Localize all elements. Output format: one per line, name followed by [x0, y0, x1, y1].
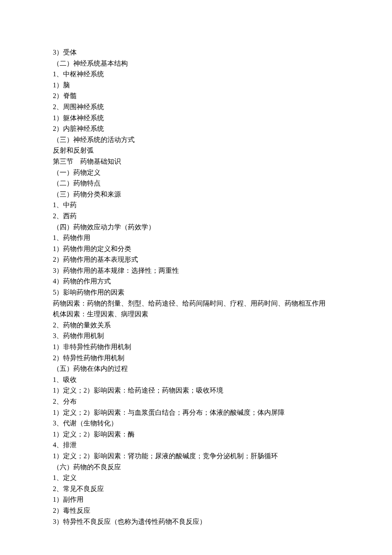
text-line: 1、药物作用 — [53, 232, 339, 243]
text-line: 1）脑 — [53, 80, 339, 91]
text-line: 2、周围神经系统 — [53, 101, 339, 113]
text-line: 2）脊髓 — [53, 90, 339, 101]
text-line: 3、药物作用机制 — [53, 330, 339, 341]
text-line: （三）神经系统的活动方式 — [53, 134, 339, 145]
text-line: 1、吸收 — [53, 374, 339, 385]
text-line: 1、定义 — [53, 472, 339, 483]
text-line: 1）非特异性药物作用机制 — [53, 341, 339, 353]
text-line: 1、中枢神经系统 — [53, 69, 339, 80]
text-line: 药物因素：药物的剂量、剂型、给药途径、给药间隔时间、疗程、用药时间、药物相互作用 — [53, 298, 339, 309]
text-line: （二）神经系统基本结构 — [53, 58, 339, 69]
document-content: 3）受体 （二）神经系统基本结构 1、中枢神经系统 1）脑 2）脊髓 2、周围神… — [53, 47, 339, 527]
text-line: 4）药物的作用方式 — [53, 276, 339, 287]
text-line: （五）药物在体内的过程 — [53, 363, 339, 374]
text-line: 3）药物作用的基本规律：选择性；两重性 — [53, 265, 339, 276]
text-line: （四）药物效应动力学（药效学） — [53, 222, 339, 233]
text-line: 2、西药 — [53, 211, 339, 222]
text-line: 1）定义；2）影响因素：给药途径；药物因素；吸收环境 — [53, 385, 339, 396]
text-line: 3）受体 — [53, 47, 339, 58]
text-line: （三）药物分类和来源 — [53, 189, 339, 200]
text-line: 1）药物作用的定义和分类 — [53, 243, 339, 254]
text-line: 5）影响药物作用的因素 — [53, 287, 339, 298]
text-line: 1）定义；2）影响因素：与血浆蛋白结合；再分布；体液的酸碱度；体内屏障 — [53, 407, 339, 418]
text-line: 2、药物的量效关系 — [53, 320, 339, 331]
text-line: 1）定义；2）影响因素：酶 — [53, 429, 339, 440]
text-line: 1）定义；2）影响因素：肾功能；尿液的酸碱度；竞争分泌机制；肝肠循环 — [53, 451, 339, 462]
text-line: 1、中药 — [53, 199, 339, 211]
text-line: 机体因素：生理因素、病理因素 — [53, 309, 339, 320]
text-line: 4、排泄 — [53, 439, 339, 451]
text-line: 2、分布 — [53, 396, 339, 407]
text-line: 2）毒性反应 — [53, 505, 339, 516]
text-line: 2）药物作用的基本表现形式 — [53, 254, 339, 265]
text-line: （六）药物的不良反应 — [53, 462, 339, 473]
text-line: 3、代谢（生物转化） — [53, 418, 339, 429]
text-line: 1）副作用 — [53, 494, 339, 505]
text-line: 反射和反射弧 — [53, 145, 339, 156]
text-line: 第三节 药物基础知识 — [53, 156, 339, 167]
text-line: 2）特异性药物作用机制 — [53, 353, 339, 364]
text-line: （一）药物定义 — [53, 167, 339, 178]
text-line: （二）药物特点 — [53, 178, 339, 189]
text-line: 2）内脏神经系统 — [53, 123, 339, 134]
text-line: 2、常见不良反应 — [53, 483, 339, 494]
text-line: 1）躯体神经系统 — [53, 113, 339, 124]
text-line: 3）特异性不良反应（也称为遗传性药物不良反应） — [53, 516, 339, 527]
